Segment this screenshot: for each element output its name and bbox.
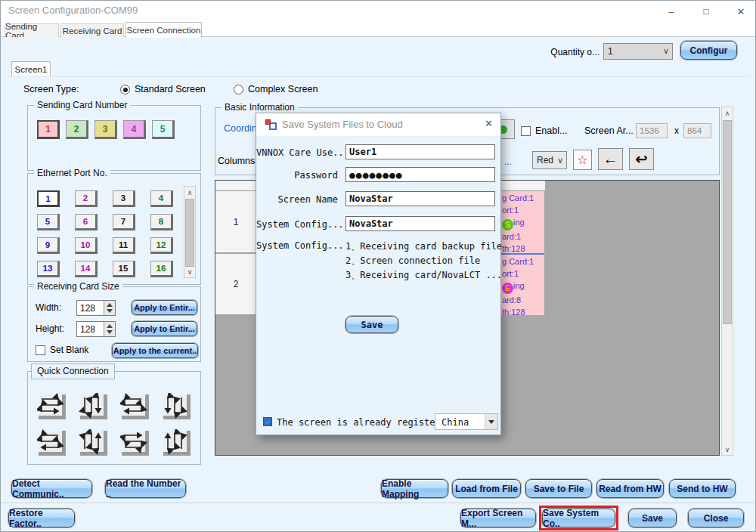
ethernet-port-16[interactable]: 16	[150, 261, 173, 277]
complex-screen-label: Complex Screen	[248, 84, 318, 94]
spinner-arrows-icon[interactable]	[104, 301, 115, 315]
end-badge: E	[502, 283, 513, 294]
save-to-file-button[interactable]: Save to File	[525, 479, 592, 498]
tab-receiving-card[interactable]: Receiving Card	[60, 23, 124, 37]
receiving-card-cell-2[interactable]: g Card:1 ort:1 Eing ard:8 th:128	[500, 255, 544, 315]
ethernet-port-6[interactable]: 6	[75, 214, 98, 230]
tab-sending-card[interactable]: Sending Card	[5, 23, 59, 37]
quick-connection-pattern-5[interactable]	[37, 429, 70, 459]
tab-screen1[interactable]: Screen1	[11, 61, 51, 77]
quick-connection-pattern-8[interactable]	[162, 429, 195, 459]
cell-line: ort:1	[502, 268, 544, 280]
dialog-close-icon[interactable]: ✕	[485, 118, 493, 129]
right-scrollbar[interactable]: ∧ ∨	[721, 107, 733, 456]
grid-row-header-1: 1	[215, 191, 257, 253]
apply-width-button[interactable]: Apply to Entir...	[132, 300, 197, 315]
ethernet-port-10[interactable]: 10	[75, 237, 98, 254]
scrollbar-thumb[interactable]	[723, 120, 732, 324]
ethernet-scrollbar[interactable]: ∧ ∨	[184, 186, 196, 278]
ethernet-port-3[interactable]: 3	[113, 190, 135, 207]
config-file-item-2: 2、Screen connection file	[345, 255, 480, 268]
scrollbar-thumb[interactable]	[185, 199, 194, 267]
quantity-select[interactable]: 1 ∨	[603, 43, 673, 60]
export-screen-button[interactable]: Export Screen M...	[460, 509, 536, 527]
scroll-up-icon[interactable]: ∧	[722, 107, 733, 119]
quick-connection-pattern-3[interactable]	[120, 393, 153, 423]
dialog-save-button[interactable]: Save	[345, 316, 398, 333]
ethernet-port-8[interactable]: 8	[150, 214, 173, 230]
enable-label: Enabl...	[535, 125, 567, 136]
system-config-input[interactable]: NovaStar	[345, 216, 495, 231]
quick-connection-pattern-7[interactable]	[120, 429, 153, 459]
enable-mapping-button[interactable]: Enable Mapping	[381, 479, 448, 498]
sending-card-button-1[interactable]: 1	[37, 120, 60, 139]
screen-name-input[interactable]: NovaStar	[345, 191, 495, 206]
quick-connection-pattern-6[interactable]	[79, 429, 112, 459]
detect-communication-button[interactable]: Detect Communic..	[11, 479, 92, 498]
width-spinner[interactable]: 128	[76, 300, 116, 316]
vnnox-user-input[interactable]: User1	[345, 144, 495, 159]
quick-connection-pattern-1[interactable]	[37, 393, 70, 423]
star-icon: ☆	[577, 153, 587, 167]
height-spinner[interactable]: 128	[76, 321, 116, 337]
color-select[interactable]: Red ∨	[532, 151, 567, 169]
read-from-hw-button[interactable]: Read from HW	[596, 479, 664, 498]
sending-card-button-3[interactable]: 3	[94, 120, 117, 139]
registered-checkbox[interactable]: ✓	[263, 417, 272, 426]
password-input[interactable]: ●●●●●●●●	[345, 167, 495, 182]
ethernet-port-5[interactable]: 5	[37, 214, 60, 230]
region-value: China	[442, 417, 469, 428]
complex-screen-radio[interactable]	[234, 85, 243, 94]
scroll-down-icon[interactable]: ∨	[722, 444, 733, 455]
cell-line: g Card:1	[502, 192, 544, 204]
hidden-label-fragment: ...	[504, 156, 512, 167]
ethernet-port-14[interactable]: 14	[75, 261, 98, 277]
read-number-button[interactable]: Read the Number ..	[105, 479, 186, 498]
ethernet-port-15[interactable]: 15	[113, 261, 135, 277]
ethernet-port-1[interactable]: 1	[37, 190, 60, 207]
apply-current-button[interactable]: Apply to the current..	[112, 343, 198, 358]
load-from-file-button[interactable]: Load from File	[452, 479, 521, 498]
quick-connection-pattern-2[interactable]	[79, 393, 112, 423]
scroll-down-icon[interactable]: ∨	[184, 266, 195, 277]
minimize-button[interactable]: –	[655, 1, 687, 22]
save-system-config-button[interactable]: Save System Co..	[542, 509, 615, 527]
set-blank-checkbox[interactable]	[36, 345, 45, 355]
ethernet-port-7[interactable]: 7	[113, 214, 135, 230]
quick-connection-pattern-4[interactable]	[162, 393, 195, 423]
dropdown-arrow-icon[interactable]	[485, 414, 497, 429]
scroll-up-icon[interactable]: ∧	[184, 187, 195, 198]
apply-height-button[interactable]: Apply to Entir...	[132, 321, 197, 336]
send-to-hw-button[interactable]: Send to HW	[669, 479, 736, 498]
ethernet-port-11[interactable]: 11	[113, 237, 135, 254]
restore-factory-button[interactable]: Restore Factor..	[8, 509, 75, 527]
ethernet-port-2[interactable]: 2	[75, 190, 98, 207]
back-arrow-button[interactable]: ←	[598, 148, 623, 170]
sending-card-button-2[interactable]: 2	[66, 120, 88, 139]
screen-width-field[interactable]: 1536	[636, 123, 668, 138]
enable-checkbox[interactable]	[521, 126, 531, 136]
cell-line: ort:1	[502, 204, 544, 216]
sending-card-button-4[interactable]: 4	[123, 120, 146, 139]
favorite-button[interactable]: ☆	[573, 150, 592, 170]
screen-height-field[interactable]: 864	[683, 123, 711, 138]
close-button[interactable]: ✕	[725, 1, 756, 22]
receiving-card-cell-1[interactable]: g Card:1 ort:1 Sing ard:1 th:128	[500, 191, 544, 253]
tab-screen-connection[interactable]: Screen Connection	[125, 22, 202, 38]
ethernet-port-group: Ethernet Port No. 1 2 3 4 5 6 7 8 9 10 1…	[27, 173, 201, 285]
undo-button[interactable]: ↩	[629, 148, 654, 170]
ethernet-port-4[interactable]: 4	[150, 190, 173, 207]
sending-card-button-5[interactable]: 5	[152, 120, 175, 139]
standard-screen-radio[interactable]	[120, 85, 130, 94]
ethernet-port-9[interactable]: 9	[37, 237, 60, 254]
close-page-button[interactable]: Close	[688, 509, 744, 527]
vnnox-user-label: VNNOX Care Use...	[256, 147, 338, 158]
spinner-arrows-icon[interactable]	[104, 322, 115, 336]
ethernet-port-13[interactable]: 13	[37, 261, 60, 277]
configure-button[interactable]: Configur	[680, 41, 737, 60]
maximize-button[interactable]: □	[690, 1, 722, 22]
region-select[interactable]: China	[435, 413, 498, 430]
ethernet-port-12[interactable]: 12	[150, 237, 173, 254]
receiving-card-size-group: Receiving Card Size Width: 128 Apply to …	[27, 286, 201, 362]
save-button[interactable]: Save	[628, 509, 677, 527]
